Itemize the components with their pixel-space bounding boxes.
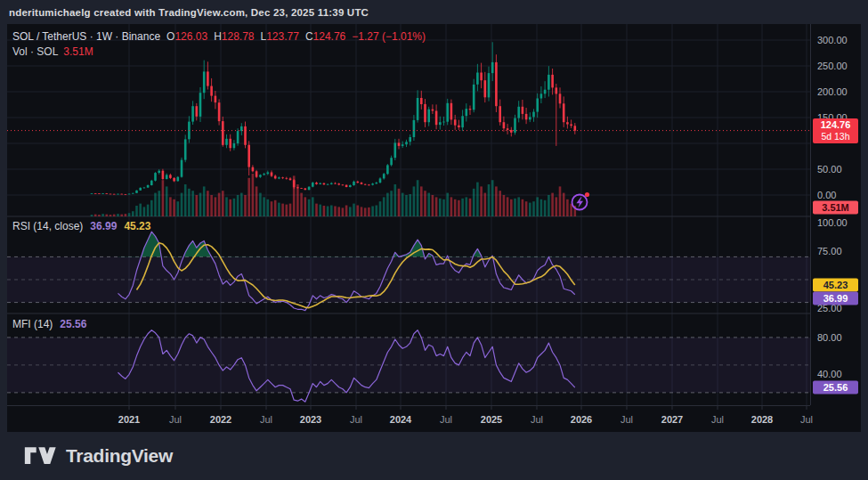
time-axis-label: Jul: [260, 414, 272, 425]
rsi-axis-label: 100.00: [817, 217, 848, 228]
mfi-legend: MFI (14)25.56: [12, 318, 86, 330]
price-axis-label: 0.00: [817, 190, 836, 200]
tradingview-logo-icon[interactable]: [24, 444, 56, 468]
time-axis-label: Jul: [169, 414, 182, 425]
boost-button[interactable]: [570, 191, 591, 212]
ohlc-values: O126.03H128.78L123.77C124.76−1.27 (−1.01…: [160, 30, 426, 43]
time-axis-label: Jul: [621, 414, 633, 425]
logo-bar: TradingView: [0, 432, 868, 480]
rsi-value: 36.99: [90, 220, 117, 232]
attribution-text: nderitumichaelg created with TradingView…: [9, 7, 369, 18]
price-axis-label: 250.00: [817, 61, 848, 71]
price-axis-label: 50.00: [817, 164, 842, 175]
mfi-axis-label: 80.00: [817, 332, 842, 343]
rsi-legend: RSI (14, close)36.9945.23: [12, 220, 150, 232]
mfi-axis-label: 40.00: [817, 369, 842, 379]
time-axis-label: 2027: [661, 414, 683, 425]
price-scale[interactable]: 300.00250.00200.00150.0050.000.00100.007…: [810, 24, 861, 405]
current-volume-badge: 3.51M: [813, 201, 858, 215]
rsi-title[interactable]: RSI (14, close): [12, 220, 83, 232]
rsi-axis-label: 75.00: [817, 246, 842, 256]
time-axis-label: 2028: [751, 414, 773, 425]
time-axis-label: Jul: [711, 414, 724, 425]
volume-label[interactable]: Vol · SOL: [12, 45, 58, 58]
price-axis-label: 300.00: [817, 35, 848, 45]
mfi-value: 25.56: [60, 318, 86, 330]
symbol-title[interactable]: SOL / TetherUS · 1W · Binance: [12, 30, 160, 43]
time-axis-label: 2023: [300, 414, 321, 425]
time-axis-label: Jul: [800, 414, 813, 425]
time-axis-label: 2026: [571, 414, 592, 425]
time-axis-label: 2021: [118, 414, 140, 425]
chart-area: SOL / TetherUS · 1W · BinanceO126.03H128…: [7, 24, 861, 432]
time-axis-label: Jul: [531, 414, 543, 425]
attribution-bar: nderitumichaelg created with TradingView…: [0, 0, 868, 24]
rsi-ma-value: 45.23: [124, 220, 150, 232]
time-axis-label: 2022: [210, 414, 231, 425]
mfi-title[interactable]: MFI (14): [12, 318, 53, 330]
rsi-ma-badge: 45.23: [813, 279, 858, 292]
time-axis[interactable]: 2021Jul2022Jul2023Jul2024Jul2025Jul2026J…: [7, 405, 810, 432]
time-axis-label: Jul: [440, 414, 452, 425]
time-axis-label: 2024: [390, 414, 411, 425]
time-axis-label: Jul: [350, 414, 362, 425]
tradingview-logo-text[interactable]: TradingView: [66, 445, 173, 467]
time-axis-label: 2025: [481, 414, 502, 425]
price-axis-label: 200.00: [817, 86, 848, 97]
rsi-value-badge: 36.99: [813, 292, 858, 305]
volume-value: 3.51M: [63, 45, 93, 58]
tradingview-snapshot: nderitumichaelg created with TradingView…: [0, 0, 868, 480]
lightning-icon: [570, 191, 591, 212]
mfi-value-badge: 25.56: [813, 381, 858, 395]
symbol-legend: SOL / TetherUS · 1W · BinanceO126.03H128…: [12, 29, 426, 60]
current-price-badge: 124.765d 13h: [813, 118, 858, 143]
